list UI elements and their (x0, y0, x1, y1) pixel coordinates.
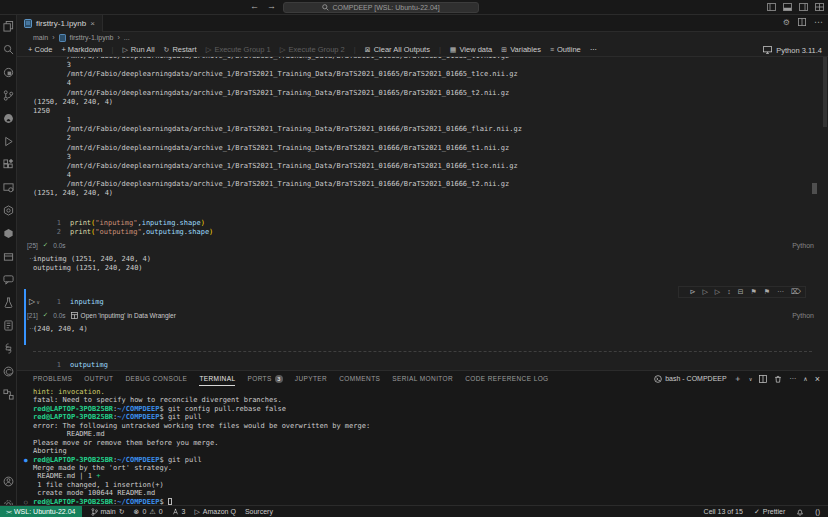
cell-position-indicator[interactable]: Cell 13 of 15 (704, 508, 743, 515)
testing-flask-icon[interactable] (2, 296, 15, 309)
amazon-q-indicator[interactable]: ▷ Amazon Q (194, 508, 235, 516)
run-and-debug-icon[interactable] (2, 135, 15, 148)
execute-group-2-button[interactable]: ▷Execute Group 2 (280, 45, 345, 54)
restart-kernel-button[interactable]: ↻Restart (164, 45, 197, 54)
execute-above-icon[interactable]: ⊳ (690, 288, 696, 296)
kill-terminal-trash-icon[interactable] (774, 375, 782, 383)
notebook-scrollbar-thumb[interactable] (823, 57, 827, 127)
brackets-icon[interactable]: () (815, 508, 820, 515)
toolbar-more-icon[interactable]: ⋯ (590, 45, 598, 54)
sourcery-indicator[interactable]: Sourcery (245, 508, 273, 515)
hexagon-tool-icon[interactable] (2, 204, 15, 217)
nav-back-icon[interactable]: ← (250, 1, 259, 11)
breadcrumb-folder[interactable]: main (33, 34, 48, 41)
jupyter-notebook-icon[interactable] (2, 319, 15, 332)
close-panel-icon[interactable]: × (815, 374, 820, 384)
execute-group-2-icon[interactable]: ⚑ (764, 288, 770, 296)
kernel-picker[interactable]: Python 3.11.4 (763, 43, 822, 57)
text-segment: README.md (33, 430, 105, 438)
more-cell-actions-icon[interactable]: ⋯ (777, 288, 784, 296)
panel-tab-comments[interactable]: COMMENTS (339, 371, 380, 386)
source-control-icon[interactable] (2, 89, 15, 102)
toolbar-divider: | (354, 45, 356, 54)
more-actions-icon[interactable]: ⋯ (814, 17, 823, 27)
copilot-icon[interactable] (2, 66, 15, 79)
output-gutter-icon[interactable]: ⋯ (17, 255, 33, 273)
split-terminal-icon[interactable] (759, 375, 767, 383)
panel-tab-ports[interactable]: PORTS3 (247, 371, 282, 386)
outline-button[interactable]: ≡Outline (550, 45, 581, 54)
cell-code-editor[interactable]: 1print("inputimg",inputimg.shape)2print(… (17, 216, 828, 237)
explorer-icon[interactable] (2, 20, 15, 33)
accounts-icon[interactable] (2, 475, 15, 488)
chat-icon[interactable] (2, 273, 15, 286)
toggle-sidebar-icon[interactable] (767, 3, 776, 11)
cell-language[interactable]: Python (792, 312, 814, 319)
text-segment: shape (180, 219, 201, 228)
nav-forward-icon[interactable]: → (267, 1, 276, 11)
editor-settings-icon[interactable]: ⚙ (783, 18, 790, 27)
notifications-bell-icon[interactable] (796, 508, 804, 516)
execute-group-1-button[interactable]: ▷Execute Group 1 (206, 45, 271, 54)
open-in-data-wrangler-link[interactable]: Open 'inputimg' in Data Wrangler (71, 312, 176, 319)
ports-count: 3 (182, 508, 186, 515)
variables-button[interactable]: ⊞Variables (501, 45, 541, 54)
github-icon[interactable] (2, 112, 15, 125)
collapse-cell-icon[interactable]: ⊟ (738, 288, 744, 296)
execute-below-icon[interactable]: ▷ (715, 288, 720, 296)
panel-more-icon[interactable]: ⋯ (789, 375, 796, 383)
tab-close-icon[interactable]: × (90, 19, 95, 28)
split-editor-icon[interactable] (798, 18, 806, 26)
panel-tab-problems[interactable]: PROBLEMS (33, 371, 72, 386)
python-icon[interactable] (2, 342, 15, 355)
hexagon-filled-extension-icon[interactable] (2, 227, 15, 240)
cell-divider (33, 351, 812, 352)
panel-tab-jupyter[interactable]: JUPYTER (295, 371, 327, 386)
remote-label: WSL: Ubuntu-22.04 (14, 508, 75, 515)
problems-indicator[interactable]: ⊗ 0 ⚠ 0 (134, 508, 163, 516)
container-icon[interactable] (2, 250, 15, 263)
prettier-indicator[interactable]: ✓ Prettier (754, 508, 785, 516)
active-terminal-label[interactable]: bash - COMPDEEP (654, 375, 726, 383)
run-all-button[interactable]: ▷Run All (122, 45, 154, 54)
breadcrumb-file[interactable]: firsttry-1.ipynb (70, 34, 114, 41)
search-icon[interactable] (2, 43, 15, 56)
panel-tab-terminal[interactable]: TERMINAL (199, 371, 235, 386)
customize-layout-icon[interactable] (815, 3, 824, 11)
panel-tab-code-reference-log[interactable]: CODE REFERENCE LOG (465, 371, 548, 386)
new-terminal-icon[interactable]: ＋ (734, 373, 742, 384)
run-cell-button[interactable]: ▷∨ (29, 297, 40, 306)
text-segment: inputimg (142, 219, 176, 228)
terminal-dropdown-chevron-icon[interactable]: ∨ (749, 376, 753, 382)
maximize-panel-icon[interactable]: ∧ (803, 375, 807, 382)
delete-cell-icon[interactable]: ⌦ (791, 288, 801, 296)
add-code-cell-button[interactable]: + Code (28, 45, 52, 54)
edge-devtools-icon[interactable] (2, 365, 15, 378)
command-center-search[interactable]: COMPDEEP [WSL: Ubuntu-22.04] (283, 2, 479, 13)
breadcrumb-more[interactable]: ... (124, 34, 130, 41)
tab-firsttry-1-ipynb[interactable]: firsttry-1.ipynb × (17, 15, 103, 32)
live-preview-icon[interactable] (2, 181, 15, 194)
execute-group-1-icon[interactable]: ⚑ (751, 288, 757, 296)
extensions-icon[interactable] (2, 158, 15, 171)
clear-all-outputs-button[interactable]: ⊠Clear All Outputs (365, 45, 430, 54)
git-branch-indicator[interactable]: main ↻ (91, 508, 125, 516)
toggle-secondary-sidebar-icon[interactable] (799, 3, 808, 11)
gutter-decoration: ● (24, 456, 28, 464)
panel-tab-serial-monitor[interactable]: SERIAL MONITOR (392, 371, 453, 386)
panel-tab-debug-console[interactable]: DEBUG CONSOLE (125, 371, 187, 386)
split-cell-icon[interactable]: ↕ (727, 288, 731, 296)
toggle-panel-icon[interactable] (783, 3, 792, 11)
forwarded-ports-indicator[interactable]: 3 (172, 508, 186, 515)
dependency-graph-icon[interactable] (2, 388, 15, 401)
cell-code-editor[interactable]: 1outputimg (17, 358, 828, 370)
execute-cell-icon[interactable]: ▷ (702, 288, 707, 296)
terminal-output[interactable]: hint: invocation.fatal: Need to specify … (33, 388, 828, 506)
view-data-button[interactable]: ▦View data (450, 45, 492, 54)
panel-tab-output[interactable]: OUTPUT (84, 371, 113, 386)
cell-language[interactable]: Python (792, 242, 814, 249)
remote-indicator[interactable]: >< WSL: Ubuntu-22.04 (0, 506, 82, 517)
add-markdown-cell-button[interactable]: + Markdown (61, 45, 102, 54)
output-scrollbar-thumb[interactable] (812, 183, 817, 194)
cell-output-scrolled[interactable]: /mnt/d/Fabio/deeplearningdata/archive_1/… (33, 57, 522, 199)
